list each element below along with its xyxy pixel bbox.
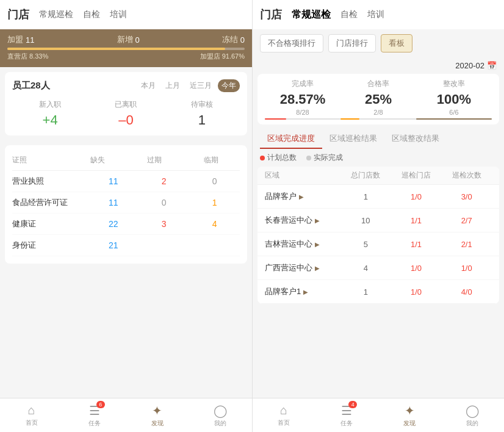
legend-planned-label: 计划总数 [267,153,297,163]
col-license: 证照 [12,155,69,165]
right-nav-discover[interactable]: ✦ 发现 [378,398,441,432]
frozen-stat: 冻结 0 [222,34,245,45]
chevron-right-icon: ▶ [303,289,308,295]
table-row: 广西营运中心 ▶ 4 1/0 1/0 [257,256,499,280]
rectify-rate-bar-fill [416,118,492,120]
tasks-label-r: 任务 [340,419,353,428]
completion-rate-bar [265,118,340,120]
store-progress-bar [7,48,245,50]
col-expired: 过期 [126,155,183,165]
completion-rate-bar-fill [265,118,286,120]
license-card: 证照 缺失 过期 临期 营业执照 11 2 0 食品经营许可证 11 0 1 [5,145,247,264]
new-label: 新增 [117,34,133,45]
time-tab-year[interactable]: 今年 [218,79,240,92]
left-nav: 门店 常规巡检 自检 培训 [0,0,252,29]
time-tab-month[interactable]: 本月 [137,79,159,92]
right-panel: 门店 常规巡检 自检 培训 不合格项排行 门店排行 看板 2020-02 📅 完… [252,0,504,398]
legend-row: 计划总数 实际完成 [253,149,504,167]
region-col-times: 巡检次数 [441,170,492,181]
rectify-rate-label: 整改率 [416,79,492,89]
table-row: 营业执照 11 2 0 [12,171,240,192]
new-value: 0 [135,35,140,45]
qualified-rate-bar [340,118,416,120]
right-brand[interactable]: 门店 [260,6,282,23]
rectify-rate-value: 100% [416,92,492,107]
tasks-icon: ☰ 6 [89,403,100,418]
sub-tab-store-rank[interactable]: 门店排行 [328,34,376,52]
chevron-right-icon: ▶ [299,193,304,200]
new-hire-label: 新入职 [39,99,61,110]
left-nav-home[interactable]: ⌂ 首页 [0,398,63,432]
time-tab-3months[interactable]: 近三月 [186,79,215,92]
left-tab-selfcheck[interactable]: 自检 [83,8,100,21]
completion-rate-sub: 8/28 [265,109,340,116]
rectify-rate-bar [416,118,492,120]
completion-rate-label: 完成率 [265,79,340,89]
progress-labels: 直营店 8.33% 加盟店 91.67% [7,52,245,65]
left-nav-mine[interactable]: ◯ 我的 [189,398,251,432]
calendar-icon[interactable]: 📅 [487,61,497,70]
region-name-2: 吉林营运中心 ▶ [265,239,340,250]
region-tab-result[interactable]: 区域巡检结果 [322,129,384,149]
time-tabs: 本月 上月 近三月 今年 [137,79,240,92]
discover-label: 发现 [151,419,164,428]
legend-dot-planned [260,156,265,160]
resigned-label: 已离职 [115,99,137,110]
tasks-badge-r: 4 [348,401,357,408]
store-progress-fill [7,48,225,50]
qualified-rate-sub: 2/8 [340,109,416,116]
right-tab-training[interactable]: 培训 [367,8,384,21]
discover-label-r: 发现 [403,419,416,428]
right-nav: 门店 常规巡检 自检 培训 [253,0,504,29]
date-row: 2020-02 📅 [253,57,504,74]
right-tab-patrol[interactable]: 常规巡检 [292,7,331,23]
home-label-r: 首页 [278,419,290,427]
col-near: 临期 [183,155,240,165]
sub-tabs: 不合格项排行 门店排行 看板 [253,29,504,57]
sub-tab-unqualified[interactable]: 不合格项排行 [260,34,323,52]
mine-icon-r: ◯ [466,403,479,418]
region-name-1: 长春营运中心 ▶ [265,215,340,226]
chevron-right-icon: ▶ [315,241,320,248]
region-tabs: 区域完成进度 区域巡检结果 区域整改结果 [253,124,504,149]
table-row: 身份证 21 [12,235,240,256]
region-col-area: 区域 [265,170,340,181]
frozen-label: 冻结 [222,34,238,45]
pending-stat: 待审核 1 [191,99,213,128]
left-tab-patrol[interactable]: 常规巡检 [39,8,73,21]
franchise-value: 11 [26,35,34,45]
region-table-header: 区域 总门店数 巡检门店 巡检次数 [257,167,499,185]
right-bottom-nav: ⌂ 首页 ☰ 4 任务 ✦ 发现 ◯ 我的 [252,398,505,432]
tasks-label: 任务 [88,419,101,428]
license-table: 证照 缺失 过期 临期 营业执照 11 2 0 食品经营许可证 11 0 1 [12,153,240,256]
region-tab-progress[interactable]: 区域完成进度 [260,129,322,149]
tasks-badge: 6 [96,401,105,408]
qualified-rate-bar-fill [340,118,359,120]
employee-card: 员工28人 本月 上月 近三月 今年 新入职 +4 已离职 –0 [5,72,247,135]
rectify-rate-block: 整改率 100% 6/6 [416,79,492,120]
new-stat: 新增 0 [117,34,140,45]
home-icon: ⌂ [28,403,35,417]
sub-tab-board[interactable]: 看板 [381,34,412,52]
resigned-value: –0 [115,112,137,128]
left-tab-training[interactable]: 培训 [110,8,127,21]
new-hire-stat: 新入职 +4 [39,99,61,128]
direct-label: 直营店 8.33% [7,52,48,61]
left-brand[interactable]: 门店 [7,6,29,23]
home-icon-r: ⌂ [280,403,287,417]
right-nav-home[interactable]: ⌂ 首页 [253,398,315,432]
pending-value: 1 [191,112,213,128]
completion-rate-value: 28.57% [265,92,340,107]
region-table: 区域 总门店数 巡检门店 巡检次数 品牌客户 ▶ 1 1/0 3/0 长春营运中… [257,167,499,304]
qualified-rate-label: 合格率 [340,79,416,89]
discover-icon-r: ✦ [405,403,415,418]
license-table-header: 证照 缺失 过期 临期 [12,153,240,171]
left-nav-tasks[interactable]: ☰ 6 任务 [63,398,126,432]
region-tab-rectify[interactable]: 区域整改结果 [384,129,447,149]
frozen-value: 0 [240,35,245,45]
time-tab-last-month[interactable]: 上月 [162,79,184,92]
left-nav-discover[interactable]: ✦ 发现 [126,398,189,432]
right-tab-selfcheck[interactable]: 自检 [340,8,358,21]
right-nav-mine[interactable]: ◯ 我的 [441,398,504,432]
right-nav-tasks[interactable]: ☰ 4 任务 [315,398,378,432]
